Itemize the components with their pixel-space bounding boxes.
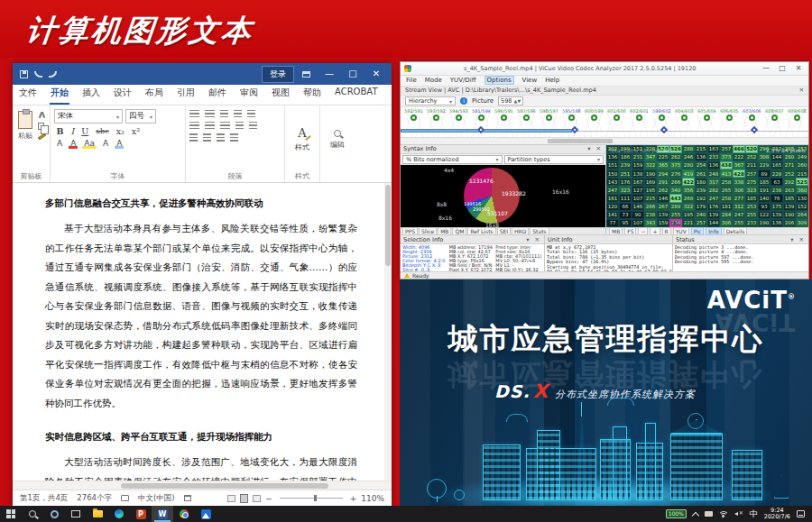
search-button[interactable] — [22, 506, 43, 522]
cut-icon[interactable] — [38, 112, 46, 120]
mb-cell[interactable]: 264 — [796, 211, 808, 219]
mb-cell[interactable]: 247 — [707, 194, 720, 202]
hidden-icons-chevron[interactable] — [692, 511, 699, 518]
tab-设计[interactable]: 设计 — [113, 83, 133, 105]
mb-cell[interactable]: 525 — [796, 178, 808, 186]
tab-ACROBAT[interactable]: ACROBAT — [334, 83, 379, 105]
redo-icon[interactable] — [49, 71, 57, 78]
tab-视图[interactable]: 视图 — [271, 83, 291, 105]
start-button[interactable] — [0, 506, 22, 522]
menu-options[interactable]: Options — [484, 76, 514, 85]
tab-引用[interactable]: 引用 — [176, 83, 196, 105]
view-control-details[interactable]: Details — [724, 227, 748, 235]
mb-cell[interactable]: 138 — [632, 169, 644, 178]
battery-indicator[interactable]: 100% — [666, 509, 687, 518]
mb-cell[interactable]: 252 — [783, 169, 796, 178]
mb-cell[interactable]: 107 — [632, 219, 644, 227]
close-button[interactable]: ✕ — [364, 63, 388, 85]
mb-cell[interactable]: 248 — [707, 169, 720, 178]
mb-cell[interactable]: 195 — [682, 211, 695, 219]
signin-button[interactable]: 登录 — [262, 66, 294, 83]
doc-paragraph-2[interactable]: 大型活动活动时间跨度长、涉及范围广、地域变化大，为最大限度消除各种不安全因素确保… — [45, 453, 357, 481]
mb-cell[interactable]: 146 — [632, 203, 644, 211]
read-mode-icon[interactable] — [227, 495, 235, 502]
mb-cell[interactable]: 93 — [758, 203, 770, 211]
mb-cell[interactable]: 95 — [619, 219, 632, 227]
mb-cell[interactable]: 356 — [682, 186, 695, 194]
mb-cell[interactable]: 438 — [720, 161, 733, 169]
photos-button[interactable] — [195, 506, 217, 522]
view-control-+[interactable]: + — [650, 227, 660, 235]
mb-cell[interactable]: 360 — [796, 186, 808, 194]
panel-controls[interactable]: ▾ ✕ — [587, 145, 603, 152]
mb-cell[interactable]: 288 — [682, 145, 695, 153]
mb-cell[interactable]: 289 — [669, 203, 682, 211]
hscrollbar-thumb[interactable] — [121, 483, 328, 489]
mb-cell[interactable]: 107 — [632, 194, 644, 202]
tab-邮件[interactable]: 邮件 — [208, 83, 227, 105]
mb-cell[interactable]: 228 — [770, 169, 783, 178]
bits-normalized-select[interactable]: % Bits normalized▾ — [402, 155, 503, 164]
mb-cell[interactable]: 76 — [770, 194, 783, 202]
align-left-icon[interactable] — [189, 122, 199, 130]
hierarchy-select[interactable]: Hierarchy▾ — [405, 96, 456, 105]
analyzer-minimize[interactable]: — — [760, 64, 772, 72]
mb-cell[interactable]: 375 — [669, 161, 682, 169]
mb-cell[interactable]: 152 — [796, 203, 808, 211]
mb-cell[interactable]: 161 — [606, 194, 619, 202]
mb-cell[interactable]: 267 — [657, 203, 669, 211]
styles-button[interactable]: A 样式 — [289, 109, 316, 169]
frame-608/607[interactable]: 608/607 — [763, 108, 786, 121]
mb-cell[interactable]: 271 — [783, 161, 796, 169]
mb-cell[interactable]: 229 — [758, 161, 770, 169]
scrollbar-thumb[interactable] — [385, 185, 391, 266]
mb-cell[interactable]: 263 — [783, 186, 796, 194]
analyzer-close[interactable]: ✕ — [792, 64, 805, 72]
mb-cell[interactable]: 63 — [770, 178, 783, 186]
mb-cell[interactable]: 139 — [770, 211, 783, 219]
shading-icon[interactable] — [189, 133, 198, 142]
mb-cell[interactable]: 322 — [682, 203, 695, 211]
mb-cell[interactable]: 239 — [619, 161, 632, 169]
mb-cell[interactable]: 257 — [745, 169, 758, 178]
format-button-x²[interactable]: x² — [129, 126, 142, 136]
wifi-icon[interactable] — [719, 511, 728, 517]
increase-indent-icon[interactable] — [247, 110, 255, 118]
mb-cell[interactable]: 111 — [619, 194, 632, 202]
ribbon-options-icon[interactable] — [294, 63, 318, 85]
mb-cell[interactable]: 249 — [796, 153, 808, 161]
syntax-tab-ref-lists[interactable]: Ref Lists — [467, 227, 495, 235]
mb-cell[interactable]: 322 — [644, 161, 657, 169]
mb-cell[interactable]: 139 — [707, 211, 720, 219]
mb-cell[interactable]: 257 — [720, 145, 733, 153]
mb-cell[interactable]: 419 — [682, 169, 695, 178]
menu-file[interactable]: File — [406, 77, 417, 84]
tab-布局[interactable]: 布局 — [144, 83, 164, 105]
info-icon[interactable]: i — [460, 97, 467, 105]
mb-cell[interactable]: 443 — [669, 194, 682, 202]
menu-yuv/diff[interactable]: YUV/Diff — [450, 77, 476, 84]
tab-审阅[interactable]: 审阅 — [239, 83, 259, 105]
syntax-tab-slice[interactable]: Slice — [419, 227, 437, 235]
mb-cell[interactable]: 255 — [733, 219, 745, 227]
mb-cell[interactable]: 239 — [695, 186, 707, 194]
mb-cell[interactable]: 185 — [745, 194, 758, 202]
mb-cell[interactable]: 176 — [619, 178, 632, 186]
syntax-tab-qm[interactable]: QM — [452, 227, 466, 235]
sort-icon[interactable] — [217, 133, 225, 142]
mb-cell[interactable]: 373 — [720, 153, 733, 161]
mb-cell[interactable]: 258 — [720, 194, 733, 202]
mb-cell[interactable]: 265 — [720, 186, 733, 194]
mb-cell[interactable]: 140 — [758, 194, 770, 202]
mb-cell[interactable]: 233 — [745, 219, 758, 227]
mb-cell[interactable]: 286 — [644, 203, 657, 211]
format-button-B[interactable]: B — [54, 126, 66, 136]
mb-cell[interactable]: 190 — [644, 169, 657, 178]
mb-cell[interactable]: 146 — [657, 194, 669, 202]
mb-cell[interactable]: 190 — [758, 219, 770, 227]
mb-cell[interactable]: 141 — [606, 211, 619, 219]
page-indicator[interactable]: 第1页，共4页 — [20, 493, 68, 504]
mb-cell[interactable]: 261 — [695, 169, 707, 178]
web-layout-icon[interactable] — [253, 495, 261, 502]
mb-cell[interactable]: 246 — [682, 153, 695, 161]
